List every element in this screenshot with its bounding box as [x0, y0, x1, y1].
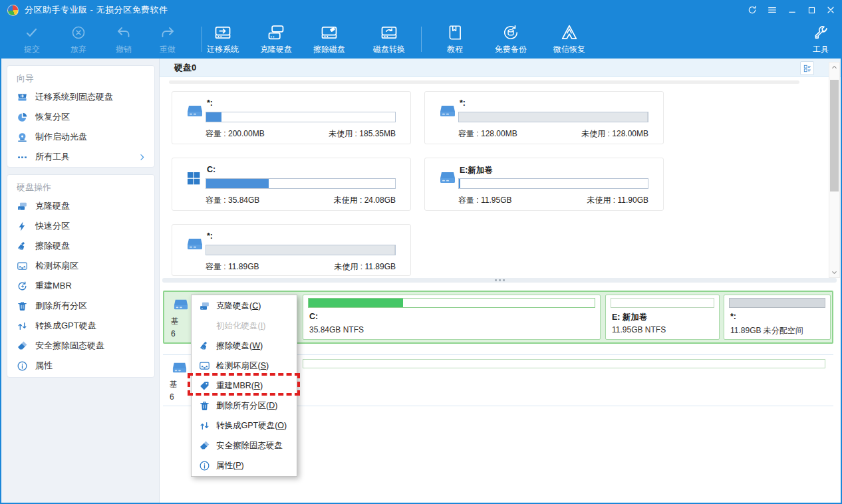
sidebar-item-quick-partition[interactable]: 快速分区 [7, 216, 154, 236]
usage-bar [458, 112, 648, 122]
undo-icon [116, 23, 132, 43]
maximize-button[interactable] [803, 2, 820, 18]
unused-text: 未使用 : 11.89GB [335, 261, 396, 273]
app-logo-icon [7, 5, 19, 16]
menu-item-secure-erase[interactable]: 安全擦除固态硬盘 [192, 436, 297, 455]
partition-card-reserved[interactable]: *: 容量 : 128.00MB 未使用 : 128.00MB [424, 91, 664, 144]
menu-item-wipe-disk[interactable]: 擦除硬盘(W) [192, 336, 297, 356]
sidebar-item-clone-disk[interactable]: 克隆硬盘 [7, 196, 154, 216]
check-icon [24, 23, 40, 43]
menu-item-initialize-disk[interactable]: 初始化硬盘(I) [192, 316, 297, 336]
free-backup-button[interactable]: 免费备份 [486, 23, 536, 56]
sidebar-item-all-tools[interactable]: 所有工具 [7, 147, 154, 167]
usage-bar [303, 359, 825, 368]
disk-header: 硬盘0 [160, 59, 841, 77]
undo-button[interactable]: 撤销 [104, 23, 144, 56]
wrench-icon [812, 23, 829, 43]
capacity-text: 容量 : 35.84GB [206, 195, 259, 206]
sidebar-item-recover-partition[interactable]: 恢复分区 [7, 107, 154, 127]
usage-bar [206, 245, 396, 255]
top-scroll-strip [169, 80, 799, 84]
submit-button[interactable]: 提交 [12, 23, 52, 56]
bad-sector-icon [199, 360, 210, 372]
unused-text: 未使用 : 128.00MB [581, 128, 648, 140]
partition-block-unallocated[interactable]: *: 11.89GB 未分配空间 [724, 295, 831, 340]
discard-button[interactable]: 放弃 [59, 23, 98, 56]
clone-disk-icon [199, 301, 210, 312]
windows-icon [186, 170, 204, 186]
sidebar-item-wipe-disk[interactable]: 擦除硬盘 [7, 236, 154, 256]
scrollbar-thumb[interactable] [830, 80, 839, 191]
properties-icon [17, 360, 28, 372]
partition-block-c[interactable]: C: 35.84GB NTFS [303, 295, 601, 340]
clone-disk-icon [267, 23, 285, 43]
menu-item-bad-sector[interactable]: 检测坏扇区(S) [192, 356, 297, 376]
scroll-up-icon[interactable] [829, 63, 839, 72]
usage-bar [206, 112, 396, 122]
secure-erase-icon [199, 440, 210, 451]
partition-card-unallocated[interactable]: *: 容量 : 11.89GB 未使用 : 11.89GB [172, 224, 411, 276]
partition-block-e[interactable]: E: 新加卷 11.95GB NTFS [605, 295, 720, 340]
toolbar: 提交 放弃 撤销 重做 迁移系统 克隆硬盘 擦除磁盘 磁盘转换 教程 [0, 20, 842, 59]
rebuild-mbr-tag-icon [199, 380, 210, 392]
unused-text: 未使用 : 11.90GB [587, 195, 648, 206]
disk-convert-icon [380, 23, 398, 43]
disk-icon [171, 360, 188, 375]
backup-icon [502, 23, 519, 43]
menu-item-rebuild-mbr[interactable]: 重建MBR(R) [192, 376, 297, 396]
usage-bar [611, 298, 714, 308]
vertical-scrollbar[interactable] [829, 62, 840, 278]
tools-button[interactable]: 工具 [803, 23, 838, 56]
disk-info-fragment: 基 [170, 379, 178, 390]
menu-item-convert-gpt[interactable]: 转换成GPT硬盘(O) [192, 416, 297, 436]
wipe-disk-icon [199, 340, 210, 352]
sidebar-item-convert-gpt[interactable]: 转换成GPT硬盘 [7, 316, 154, 336]
cancel-icon [70, 23, 86, 43]
menu-item-clone-disk[interactable]: 克隆硬盘(C) [192, 296, 297, 316]
sidebar-item-boot-disc[interactable]: 制作启动光盘 [7, 127, 154, 147]
clone-disk-button[interactable]: 克隆硬盘 [251, 23, 301, 56]
close-button[interactable] [822, 2, 839, 18]
app-window: 分区助手专业版 - 无损分区免费软件 提交 放弃 撤销 重做 迁移系统 克隆硬盘 [0, 0, 842, 504]
menu-item-delete-partitions[interactable]: 删除所有分区(D) [192, 396, 297, 416]
redo-button[interactable]: 重做 [148, 23, 188, 56]
sidebar-item-bad-sector[interactable]: 检测坏扇区 [7, 256, 154, 276]
sidebar-item-migrate-to-ssd[interactable]: 迁移系统到固态硬盘 [7, 87, 154, 107]
view-toggle-icon[interactable] [800, 61, 814, 75]
disk-convert-button[interactable]: 磁盘转换 [364, 23, 414, 56]
unused-text: 未使用 : 24.08GB [334, 195, 396, 206]
usage-bar [206, 178, 396, 189]
sync-icon[interactable] [744, 2, 761, 18]
partition-card-e[interactable]: E:新加卷 容量 : 11.95GB 未使用 : 11.90GB [424, 158, 664, 211]
hamburger-menu-icon[interactable] [764, 2, 781, 18]
properties-icon [199, 460, 210, 471]
disk-icon [172, 297, 190, 312]
minimize-button[interactable] [783, 2, 801, 18]
migrate-system-icon [213, 23, 232, 43]
bad-sector-icon [17, 261, 28, 272]
partition-card-c[interactable]: C: 容量 : 35.84GB 未使用 : 24.08GB [172, 158, 411, 211]
book-icon [446, 23, 464, 43]
erase-disk-button[interactable]: 擦除磁盘 [304, 23, 354, 56]
title-bar: 分区助手专业版 - 无损分区免费软件 [0, 0, 842, 20]
wechat-recover-button[interactable]: 微信恢复 [543, 23, 596, 56]
disk-icon [186, 103, 204, 119]
disk-icon [438, 170, 457, 186]
sidebar-item-delete-partitions[interactable]: 删除所有分区 [7, 296, 154, 316]
sidebar-item-properties[interactable]: 属性 [7, 356, 154, 376]
convert-gpt-icon [17, 320, 28, 332]
usage-bar [458, 178, 648, 189]
erase-disk-icon [320, 23, 339, 43]
sidebar-item-rebuild-mbr[interactable]: 重建MBR [7, 276, 154, 296]
sidebar-disk-ops-card: 硬盘操作 克隆硬盘 快速分区 擦除硬盘 检测坏扇区 重建MBR 删除所有分区 [7, 174, 155, 378]
menu-item-properties[interactable]: 属性(P) [192, 455, 297, 475]
pane-splitter[interactable] [162, 278, 837, 283]
sidebar-item-secure-erase[interactable]: 安全擦除固态硬盘 [7, 336, 154, 356]
clone-disk-icon [17, 201, 28, 212]
scroll-down-icon[interactable] [829, 267, 839, 277]
section-title-wizard: 向导 [7, 66, 154, 87]
partition-card-boot[interactable]: *: 容量 : 200.00MB 未使用 : 185.35MB [172, 91, 411, 144]
migrate-system-button[interactable]: 迁移系统 [198, 23, 248, 56]
tutorial-button[interactable]: 教程 [431, 23, 479, 56]
secure-erase-icon [17, 340, 28, 352]
